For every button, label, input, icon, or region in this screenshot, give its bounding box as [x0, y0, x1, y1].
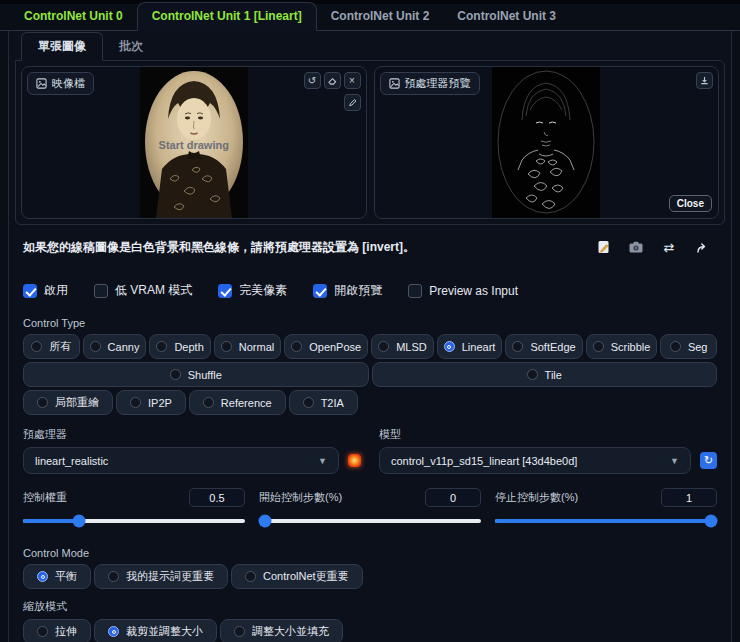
radio-icon	[108, 571, 119, 582]
tab-single-image[interactable]: 單張圖像	[21, 32, 103, 61]
run-preprocessor-icon[interactable]	[348, 454, 361, 467]
slider-fill	[23, 519, 79, 523]
control-type-scribble[interactable]: Scribble	[586, 334, 658, 359]
allow-preview-checkbox[interactable]: 開啟預覽	[313, 282, 382, 299]
chevron-down-icon: ▼	[670, 456, 679, 466]
checkbox-icon	[313, 284, 327, 298]
radio-icon	[378, 341, 389, 352]
slider-fill	[495, 519, 717, 523]
eraser-icon[interactable]	[324, 72, 341, 89]
preprocessor-label: 預處理器	[23, 427, 361, 442]
preview-as-input-checkbox[interactable]: Preview as Input	[408, 284, 518, 298]
checkbox-icon	[94, 284, 108, 298]
remove-image-icon[interactable]: ×	[344, 72, 361, 89]
radio-icon	[37, 626, 48, 637]
control-mode-controlnet-important[interactable]: ControlNet更重要	[231, 564, 363, 589]
tab-controlnet-unit-0[interactable]: ControlNet Unit 0	[10, 3, 137, 30]
slider-handle[interactable]	[72, 515, 85, 528]
input-image-panel[interactable]: 映像檔 ↺ × Start drawing	[21, 66, 367, 219]
control-mode-prompt-important[interactable]: 我的提示詞更重要	[94, 564, 228, 589]
control-type-mlsd[interactable]: MLSD	[371, 334, 434, 359]
controlnet-unit-panel: 單張圖像 批次 映像檔 ↺ ×	[8, 31, 732, 642]
resize-mode-stretch[interactable]: 拉伸	[23, 619, 91, 642]
control-type-shuffle[interactable]: Shuffle	[23, 362, 369, 387]
radio-icon	[90, 341, 101, 352]
resize-mode-label: 縮放模式	[23, 599, 717, 614]
checkbox-icon	[408, 284, 422, 298]
control-type-softedge[interactable]: SoftEdge	[505, 334, 582, 359]
invert-hint-text: 如果您的線稿圖像是白色背景和黑色線條，請將預處理器設置為 [invert]。	[23, 239, 415, 256]
control-type-normal[interactable]: Normal	[214, 334, 281, 359]
radio-icon	[221, 341, 232, 352]
input-image-chip: 映像檔	[27, 72, 94, 95]
download-icon[interactable]	[696, 72, 713, 89]
preview-label: 預處理器預覽	[405, 76, 471, 91]
control-type-canny[interactable]: Canny	[83, 334, 147, 359]
control-type-openpose[interactable]: OpenPose	[284, 334, 368, 359]
tab-batch[interactable]: 批次	[103, 33, 159, 60]
tab-controlnet-unit-2[interactable]: ControlNet Unit 2	[317, 3, 444, 30]
control-type-label: Control Type	[23, 317, 717, 329]
preview-chip: 預處理器預覽	[380, 72, 480, 95]
send-dimensions-icon[interactable]	[693, 238, 711, 256]
chevron-down-icon: ▼	[318, 456, 327, 466]
input-image-label: 映像檔	[52, 76, 85, 91]
radio-icon	[512, 341, 523, 352]
webcam-icon[interactable]	[627, 238, 645, 256]
refresh-models-icon[interactable]: ↻	[700, 452, 717, 469]
slider-handle[interactable]	[259, 515, 272, 528]
radio-icon	[444, 341, 455, 352]
control-type-all[interactable]: 所有	[23, 334, 80, 359]
end-step-slider[interactable]	[495, 519, 717, 523]
close-preview-button[interactable]: Close	[669, 195, 712, 212]
undo-icon[interactable]: ↺	[304, 72, 321, 89]
control-type-lineart[interactable]: Lineart	[437, 334, 503, 359]
tab-controlnet-unit-3[interactable]: ControlNet Unit 3	[443, 3, 570, 30]
low-vram-checkbox[interactable]: 低 VRAM 模式	[94, 282, 192, 299]
preprocessor-dropdown[interactable]: lineart_realistic ▼	[23, 447, 339, 474]
mirror-webcam-icon[interactable]: ⇄	[660, 238, 678, 256]
radio-icon	[156, 341, 167, 352]
radio-icon	[245, 571, 256, 582]
control-type-reference[interactable]: Reference	[189, 390, 286, 415]
pixel-perfect-checkbox[interactable]: 完美像素	[218, 282, 287, 299]
control-type-ip2p[interactable]: IP2P	[116, 390, 186, 415]
control-type-seg[interactable]: Seg	[660, 334, 717, 359]
resize-mode-resize-fill[interactable]: 調整大小並填充	[220, 619, 343, 642]
checkbox-icon	[218, 284, 232, 298]
radio-icon	[203, 397, 214, 408]
end-step-input[interactable]: 1	[661, 488, 717, 507]
weight-slider[interactable]	[23, 519, 245, 523]
preview-lineart-image	[492, 66, 600, 219]
radio-icon	[527, 369, 538, 380]
control-type-tile[interactable]: Tile	[372, 362, 718, 387]
single-image-tab-content: 映像檔 ↺ × Start drawing	[15, 60, 725, 225]
control-type-depth[interactable]: Depth	[149, 334, 210, 359]
control-mode-balanced[interactable]: 平衡	[23, 564, 91, 589]
radio-icon	[670, 341, 681, 352]
radio-icon	[130, 397, 141, 408]
weight-input[interactable]: 0.5	[189, 488, 245, 507]
radio-icon	[593, 341, 604, 352]
input-portrait-image	[140, 67, 248, 218]
slider-handle[interactable]	[705, 515, 718, 528]
image-icon	[389, 78, 400, 89]
start-step-slider[interactable]	[259, 519, 481, 523]
tab-controlnet-unit-1[interactable]: ControlNet Unit 1 [Lineart]	[137, 2, 317, 31]
image-icon	[36, 78, 47, 89]
radio-icon	[291, 341, 302, 352]
control-type-inpaint[interactable]: 局部重繪	[23, 390, 113, 415]
control-type-t2ia[interactable]: T2IA	[289, 390, 358, 415]
pencil-icon[interactable]	[344, 94, 361, 111]
start-step-input[interactable]: 0	[425, 488, 481, 507]
preprocessor-preview-panel: 預處理器預覽	[374, 66, 720, 219]
new-canvas-icon[interactable]	[594, 238, 612, 256]
checkbox-icon	[23, 284, 37, 298]
weight-label: 控制權重	[23, 490, 67, 505]
resize-mode-crop-resize[interactable]: 裁剪並調整大小	[94, 619, 217, 642]
unit-tab-bar: ControlNet Unit 0 ControlNet Unit 1 [Lin…	[0, 4, 740, 31]
radio-icon	[31, 341, 42, 352]
radio-icon	[170, 369, 181, 380]
enable-checkbox[interactable]: 啟用	[23, 282, 68, 299]
model-dropdown[interactable]: control_v11p_sd15_lineart [43d4be0d] ▼	[379, 447, 691, 474]
